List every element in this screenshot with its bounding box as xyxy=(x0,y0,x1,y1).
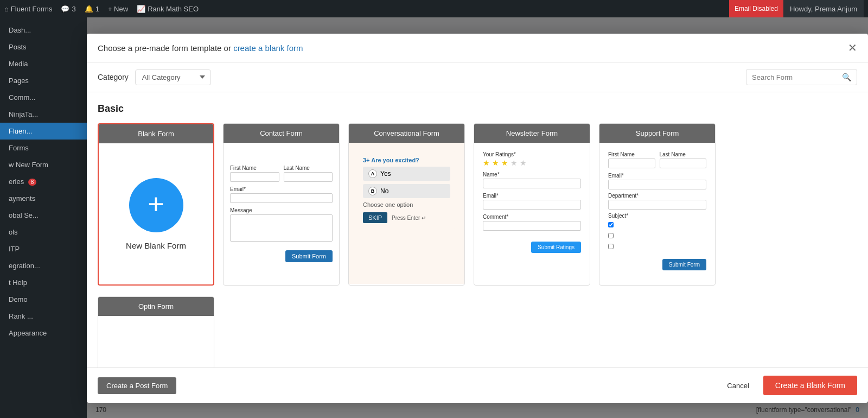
contact-first-name-field: First Name xyxy=(230,165,279,182)
site-name[interactable]: ⌂ Fluent Forms xyxy=(4,5,52,13)
sidebar-item-dashboard[interactable]: Dash... xyxy=(0,22,87,39)
modal-header-text: Choose a pre-made form template or creat… xyxy=(98,43,303,53)
search-icon: 🔍 xyxy=(842,73,851,81)
category-select[interactable]: All Category xyxy=(135,69,211,85)
conv-skip-row: SKIP Press Enter ↵ xyxy=(363,212,450,223)
contact-form-preview: First Name Last Name xyxy=(230,165,333,262)
conv-option-a-label: A xyxy=(368,169,377,178)
search-input[interactable] xyxy=(752,73,839,81)
home-icon: ⌂ xyxy=(4,5,9,13)
support-checkbox-3 xyxy=(608,242,706,251)
create-blank-form-link[interactable]: create a blank form xyxy=(233,43,303,53)
newsletter-comment-label: Comment* xyxy=(483,214,581,220)
newsletter-email-label: Email* xyxy=(483,193,581,199)
support-submit-btn: Submit Form xyxy=(662,259,706,270)
newsletter-form-preview: Your Ratings* ★ ★ ★ ★ ★ xyxy=(483,151,581,253)
blank-form-label: New Blank Form xyxy=(126,241,186,250)
contact-first-name-label: First Name xyxy=(230,165,279,171)
admin-bar: ⌂ Fluent Forms 💬 3 🔔 1 + New 📈 Rank Math… xyxy=(0,0,868,17)
page-bg: Dash... Posts Media Pages Comm... NinjaT… xyxy=(0,17,868,418)
support-form-preview: First Name Last Name xyxy=(608,151,706,270)
sidebar-item-comments[interactable]: Comm... xyxy=(0,89,87,106)
contact-message-field: Message xyxy=(230,207,333,242)
chart-icon: 📈 xyxy=(137,5,145,13)
sidebar-item-fluent[interactable]: Fluen... xyxy=(0,123,87,140)
new-button[interactable]: + New xyxy=(108,5,128,13)
contact-last-name-label: Last Name xyxy=(284,165,333,171)
contact-last-name-field: Last Name xyxy=(284,165,333,182)
sidebar-item-help[interactable]: t Help xyxy=(0,274,87,291)
newsletter-name-field: Name* xyxy=(483,172,581,188)
sidebar-item-itp[interactable]: ITP xyxy=(0,240,87,257)
category-section: Category All Category xyxy=(98,69,211,85)
newsletter-form-body: Your Ratings* ★ ★ ★ ★ ★ xyxy=(474,143,590,284)
support-first-name-label: First Name xyxy=(608,151,655,157)
contact-form-card[interactable]: Contact Form First Name xyxy=(223,123,340,286)
optin-form-card[interactable]: Optin Form xyxy=(98,296,214,368)
support-email-field: Email* xyxy=(608,173,706,189)
sidebar: Dash... Posts Media Pages Comm... NinjaT… xyxy=(0,17,87,418)
comments-count[interactable]: 💬 3 xyxy=(61,5,75,13)
forms-grid-second: Optin Form xyxy=(98,296,857,368)
category-label: Category xyxy=(98,73,129,81)
sidebar-item-integrations[interactable]: egration... xyxy=(0,257,87,274)
forms-grid-basic: Blank Form + New Blank Form xyxy=(98,123,857,286)
notifications-count[interactable]: 🔔 1 xyxy=(85,5,99,13)
newsletter-comment-input xyxy=(483,221,581,231)
support-name-row: First Name Last Name xyxy=(608,151,706,168)
sidebar-item-forms[interactable]: Forms xyxy=(0,140,87,156)
rank-math-seo[interactable]: 📈 Rank Math SEO xyxy=(137,5,199,13)
cancel-button[interactable]: Cancel xyxy=(718,377,757,394)
conv-option-a: A Yes xyxy=(363,167,450,181)
conv-choose-text: Choose one option xyxy=(363,201,450,208)
sidebar-item-series[interactable]: eries 8 xyxy=(0,173,87,190)
section-basic-heading: Basic xyxy=(98,103,857,115)
support-email-input xyxy=(608,180,706,189)
newsletter-form-card[interactable]: Newsletter Form Your Ratings* ★ ★ ★ xyxy=(474,123,590,286)
conversational-form-body: 3+ Are you excited? A Yes xyxy=(349,143,464,284)
sidebar-item-pages[interactable]: Pages xyxy=(0,72,87,89)
support-department-input xyxy=(608,200,706,210)
support-last-name-field: Last Name xyxy=(660,151,707,168)
sidebar-item-global-settings[interactable]: obal Se... xyxy=(0,207,87,224)
newsletter-email-input xyxy=(483,200,581,210)
sidebar-item-posts[interactable]: Posts xyxy=(0,39,87,55)
sidebar-item-appearance[interactable]: Appearance xyxy=(0,325,87,341)
comment-icon: 💬 xyxy=(61,5,69,13)
sidebar-item-payments[interactable]: ayments xyxy=(0,190,87,207)
modal-body: Basic Blank Form + Ne xyxy=(87,92,868,368)
modal-header: Choose a pre-made form template or creat… xyxy=(87,34,868,62)
main-content: Choose a pre-made form template or creat… xyxy=(87,17,868,418)
contact-first-name-input xyxy=(230,172,279,182)
sidebar-item-rank[interactable]: Rank ... xyxy=(0,308,87,325)
conversational-form-card[interactable]: Conversational Form 3+ Are you excited? xyxy=(348,123,465,286)
support-last-name-label: Last Name xyxy=(660,151,707,157)
support-first-name-input xyxy=(608,159,655,168)
support-form-card[interactable]: Support Form First Name xyxy=(599,123,716,286)
newsletter-name-input xyxy=(483,179,581,188)
contact-email-label: Email* xyxy=(230,186,333,192)
sidebar-item-ninjatable[interactable]: NinjaTa... xyxy=(0,106,87,123)
blank-form-card[interactable]: Blank Form + New Blank Form xyxy=(98,123,214,286)
sidebar-item-demo[interactable]: Demo xyxy=(0,291,87,308)
howdy-text: Howdy, Prema Anjum xyxy=(783,0,864,17)
contact-message-textarea xyxy=(230,214,333,242)
email-disabled-badge: Email Disabled xyxy=(729,0,783,17)
contact-message-label: Message xyxy=(230,207,333,213)
sidebar-item-media[interactable]: Media xyxy=(0,55,87,72)
contact-name-row: First Name Last Name xyxy=(230,165,333,182)
support-checkbox-2 xyxy=(608,231,706,240)
support-department-label: Department* xyxy=(608,193,706,199)
contact-email-field: Email* xyxy=(230,186,333,203)
sidebar-item-new-form[interactable]: w New Form xyxy=(0,156,87,173)
support-subject-label: Subject* xyxy=(608,213,706,219)
create-blank-form-button[interactable]: Create a Blank Form xyxy=(763,376,857,395)
contact-last-name-input xyxy=(284,172,333,182)
sidebar-item-tools[interactable]: ols xyxy=(0,224,87,240)
conv-option-b: B No xyxy=(363,184,450,198)
bell-icon: 🔔 xyxy=(85,5,93,13)
newsletter-stars: ★ ★ ★ ★ ★ xyxy=(483,159,581,167)
create-post-form-button[interactable]: Create a Post Form xyxy=(98,377,176,394)
optin-form-header: Optin Form xyxy=(98,297,214,316)
modal-close-button[interactable]: ✕ xyxy=(848,42,857,53)
